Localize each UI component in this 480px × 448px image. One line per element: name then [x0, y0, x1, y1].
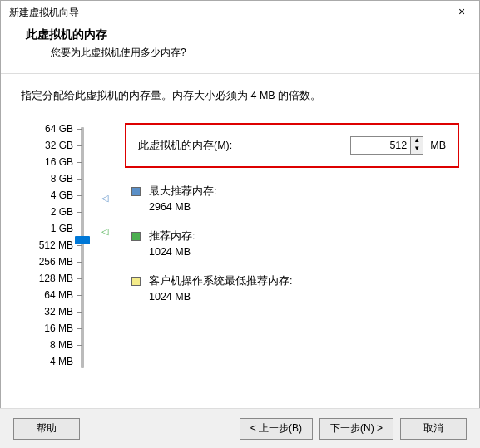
content-area: 指定分配给此虚拟机的内存量。内存大小必须为 4 MB 的倍数。 64 GB32 …: [1, 74, 479, 382]
tick-mark: [77, 129, 82, 130]
tick-label: 64 MB: [44, 289, 73, 301]
rec-label: 推荐内存:: [149, 229, 195, 244]
memory-unit: MB: [430, 140, 446, 151]
footer: 帮助 < 上一步(B) 下一步(N) > 取消: [0, 408, 480, 448]
tick-mark: [77, 245, 82, 246]
square-icon: [131, 232, 141, 241]
tick-label: 8 MB: [50, 339, 73, 351]
cancel-button[interactable]: 取消: [400, 418, 467, 440]
tick-label: 128 MB: [39, 273, 73, 284]
next-button[interactable]: 下一步(N) >: [319, 418, 393, 440]
memory-slider[interactable]: 64 GB32 GB16 GB8 GB4 GB2 GB1 GB512 MB256…: [21, 123, 92, 319]
title-bar: 新建虚拟机向导 ×: [1, 1, 479, 24]
marker-max-icon: ◁: [101, 193, 108, 204]
recommended: 推荐内存: 1024 MB: [125, 229, 459, 258]
min-value: 1024 MB: [149, 291, 292, 303]
square-icon: [131, 277, 141, 286]
tick-mark: [77, 145, 82, 146]
tick-label: 8 GB: [51, 173, 73, 185]
page-title: 此虚拟机的内存: [26, 27, 463, 42]
tick-label: 1 GB: [51, 223, 73, 234]
tick-label: 4 GB: [51, 190, 73, 201]
tick-mark: [77, 345, 82, 346]
spinner-down-icon[interactable]: ▼: [411, 145, 423, 154]
tick-label: 32 GB: [45, 140, 73, 151]
min-recommended: 客户机操作系统最低推荐内存: 1024 MB: [125, 274, 459, 303]
tick-mark: [77, 229, 82, 229]
tick-label: 4 MB: [50, 356, 73, 367]
right-panel: 此虚拟机的内存(M): ▲ ▼ MB 最大推荐内存: 2964 MB: [92, 123, 459, 319]
close-icon[interactable]: ×: [449, 4, 474, 21]
tick-mark: [77, 278, 82, 279]
marker-rec-icon: ◁: [101, 226, 108, 237]
wizard-header: 此虚拟机的内存 您要为此虚拟机使用多少内存?: [1, 24, 479, 73]
page-subtitle: 您要为此虚拟机使用多少内存?: [26, 46, 463, 60]
memory-label: 此虚拟机的内存(M):: [138, 139, 350, 153]
tick-label: 16 GB: [45, 156, 73, 168]
tick-mark: [77, 328, 82, 329]
memory-input[interactable]: [350, 136, 410, 155]
square-icon: [131, 187, 141, 196]
slider-track: [81, 127, 84, 368]
help-button[interactable]: 帮助: [13, 418, 80, 440]
back-button[interactable]: < 上一步(B): [240, 418, 313, 440]
window-title: 新建虚拟机向导: [9, 6, 79, 20]
tick-label: 2 GB: [51, 206, 73, 218]
max-value: 2964 MB: [149, 201, 216, 213]
tick-mark: [77, 362, 82, 362]
tick-label: 64 GB: [45, 123, 73, 135]
tick-label: 16 MB: [44, 322, 73, 334]
max-recommended: 最大推荐内存: 2964 MB: [125, 185, 459, 213]
tick-mark: [77, 212, 82, 213]
rec-value: 1024 MB: [149, 246, 195, 258]
tick-mark: [77, 262, 82, 263]
tick-label: 32 MB: [44, 306, 73, 318]
tick-label: 512 MB: [39, 239, 73, 251]
instruction-text: 指定分配给此虚拟机的内存量。内存大小必须为 4 MB 的倍数。: [21, 89, 459, 103]
max-label: 最大推荐内存:: [149, 185, 216, 199]
main-layout: 64 GB32 GB16 GB8 GB4 GB2 GB1 GB512 MB256…: [21, 123, 459, 319]
memory-spinner[interactable]: ▲ ▼: [350, 136, 423, 155]
tick-mark: [77, 195, 82, 196]
min-label: 客户机操作系统最低推荐内存:: [149, 274, 292, 288]
spinner-buttons: ▲ ▼: [410, 136, 423, 155]
slider-thumb[interactable]: [75, 236, 90, 244]
tick-mark: [77, 295, 82, 296]
tick-mark: [77, 312, 82, 313]
tick-mark: [77, 179, 82, 180]
tick-mark: [77, 162, 82, 163]
tick-label: 256 MB: [39, 256, 73, 268]
memory-input-group: 此虚拟机的内存(M): ▲ ▼ MB: [125, 123, 459, 168]
